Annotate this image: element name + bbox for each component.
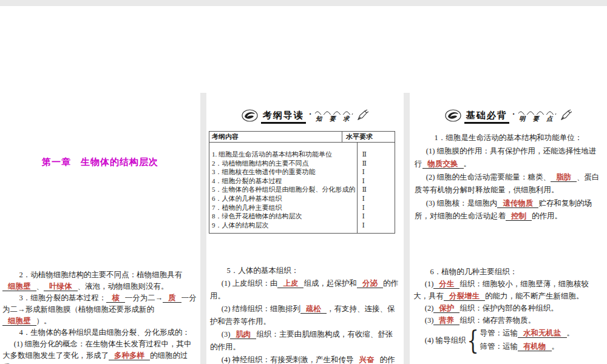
text-segment: (4) 神经组织：有接受刺激，产生和传导 — [222, 356, 354, 364]
basics-header: 基础必背 · 明 要 点 — [410, 99, 607, 126]
table-row-content: 2．动植物细胞结构的主要不同点 — [212, 159, 356, 168]
text-segment: 4．生物体的各种组织是由细胞分裂、分化形成的： — [19, 328, 190, 337]
answer-blank: 营养 — [433, 316, 459, 325]
notes-right-paragraphs: 6．植物的几种主要组织： (1)分生组织：细胞较小，细胞壁薄，细胞核较大，具有分… — [410, 248, 607, 352]
table-row-level: Ⅰ — [362, 203, 394, 212]
table-row-level: Ⅰ — [362, 212, 394, 221]
text-segment: 筛管：运输 — [480, 342, 518, 351]
paragraph: 4．生物体的各种组织是由细胞分裂、分化形成的： — [2, 327, 197, 339]
horizontal-divider — [0, 0, 607, 6]
paragraph: (3)营养组织：储存营养物质。 — [413, 314, 602, 326]
answer-blank: 保护 — [433, 304, 459, 313]
text-segment: 组织：保护内部的各种组织。 — [459, 304, 558, 312]
text-segment: (3) — [222, 330, 231, 339]
answer-blank: 物质交换 — [422, 160, 464, 169]
answer-blank: 细胞壁 — [2, 317, 36, 326]
text-segment: 、液泡，动物细胞则没有。 — [78, 282, 169, 291]
outline-header-title: 考纲导读 — [261, 110, 306, 124]
answer-blank: 脂肪 — [551, 173, 577, 182]
table-level-column: Ⅱ Ⅱ Ⅰ Ⅰ Ⅱ Ⅰ Ⅰ Ⅰ Ⅰ — [357, 143, 395, 233]
table-row-content: 5．生物体的各种组织是由细胞分裂、分化形成的 — [212, 185, 356, 194]
header-dot: · — [512, 110, 515, 120]
paragraph: (3) 细胞核：是细胞内遗传物质贮存和复制的场所，对细胞的生命活动起着控制的作用… — [415, 197, 601, 223]
text-segment: 的能力，能不断产生新细胞。 — [485, 292, 584, 300]
answer-blank: 肌肉 — [230, 330, 256, 339]
pen-icon — [560, 109, 572, 124]
text-segment: 、 — [36, 282, 44, 291]
paragraph: 5．人体的基本组织： — [210, 265, 399, 277]
paragraph: 筛管：运输有机物。 — [480, 341, 575, 352]
answer-blank: 有机物 — [518, 342, 552, 351]
outline-header: 考纲导读 · 知 要 求 — [206, 99, 404, 126]
paragraph: 导管：运输水和无机盐。 — [480, 328, 575, 339]
table-row-level: Ⅰ — [362, 177, 394, 186]
table-row-content: 1. 细胞是生命活动的基本结构和功能单位 — [212, 150, 356, 159]
text-segment: 2．动植物细胞结构的主要不同点：植物细胞具有 — [19, 271, 183, 279]
paragraph: 3．细胞分裂的基本过程：核一分为二→质一分为二→形成新细胞膜（植物细胞还要形成新… — [2, 292, 197, 327]
table-row-level: Ⅰ — [362, 167, 394, 177]
text-segment: 组成，起保护和 — [304, 279, 357, 288]
text-segment: (1) 上皮组织：由 — [222, 279, 278, 288]
answer-blank: 遗传物质 — [497, 199, 538, 208]
outline-header-script: 知 要 求 — [314, 110, 353, 123]
text-segment: 的作用。 — [532, 212, 562, 220]
table-row-level: Ⅱ — [362, 159, 394, 168]
notes-left-paragraphs: 2．动植物细胞结构的主要不同点：植物细胞具有细胞壁、叶绿体、液泡，动物细胞则没有… — [0, 248, 200, 364]
notes-middle-panel: 5．人体的基本组织： (1) 上皮组织：由上皮组成，起保护和分泌的作用。 (2)… — [206, 248, 404, 364]
text-segment: (4) 输导组织 — [425, 336, 466, 345]
answer-blank: 分泌 — [357, 279, 383, 288]
swirl-icon — [445, 109, 461, 124]
answer-blank: 分裂增生 — [444, 292, 485, 301]
answer-blank: 细胞壁 — [2, 282, 36, 291]
slide: 第一章 生物体的结构层次 考纲导读 · 知 要 求 — [0, 0, 607, 364]
paragraph: (2) 结缔组织：细胞排列疏松，有支持、连接、保护和营养等作用。 — [210, 303, 399, 328]
paragraph: (3)肌肉组织：主要由肌细胞构成，有收缩、舒张的作用。 — [210, 328, 399, 354]
text-segment: ）。 — [36, 317, 52, 325]
brace-icon: { — [467, 327, 478, 354]
answer-blank: 叶绿体 — [44, 282, 78, 291]
text-segment: (1) — [425, 280, 434, 288]
answer-blank: 核 — [106, 294, 125, 303]
table-col-header-level: 水平要求 — [342, 132, 395, 142]
answer-blank: 质 — [163, 294, 181, 303]
notes-left-panel: 2．动植物细胞结构的主要不同点：植物细胞具有细胞壁、叶绿体、液泡，动物细胞则没有… — [0, 248, 200, 364]
text-segment: (2) 结缔组织：细胞排列 — [222, 305, 300, 313]
text-segment: (3) — [425, 316, 434, 325]
text-segment: 一分为二→ — [125, 294, 163, 302]
conducting-tissue-row: (4) 输导组织 { 导管：运输水和无机盐。 筛管：运输有机物。 — [413, 328, 602, 352]
table-row-content: 4．细胞分裂的基本过程 — [212, 177, 356, 186]
conducting-tissue-lines: 导管：运输水和无机盐。 筛管：运输有机物。 — [480, 328, 575, 352]
squiggle-decoration — [314, 110, 353, 115]
paragraph: (4) 神经组织：有接受刺激，产生和传导兴奋的作用。 — [210, 354, 399, 364]
text-segment: (3) 细胞核：是细胞内 — [426, 199, 498, 207]
text-segment: 3．细胞分裂的基本过程： — [19, 294, 107, 302]
table-row-level: Ⅰ — [362, 221, 394, 230]
basics-panel: 基础必背 · 明 要 点 1．细胞是生命活动的基本结构和功能单位： (1) 细胞… — [410, 99, 607, 241]
outline-header-script-words: 知 要 求 — [316, 115, 352, 123]
outline-table: 考纲内容 水平要求 1. 细胞是生命活动的基本结构和功能单位 2．动植物细胞结构… — [209, 131, 395, 234]
text-segment: 6．植物的几种主要组织： — [430, 268, 518, 276]
basics-paragraphs: 1．细胞是生命活动的基本结构和功能单位： (1) 细胞膜的作用：具有保护作用，还… — [410, 126, 607, 223]
paragraph: (2) 细胞的生命活动需要能量：糖类、脂肪、蛋白质等有机物分解时释放能量，供细胞… — [415, 171, 601, 197]
table-row-content: 9．人体的结构层次 — [212, 221, 356, 230]
table-content-column: 1. 细胞是生命活动的基本结构和功能单位 2．动植物细胞结构的主要不同点 3．细… — [209, 143, 357, 233]
text-segment: 。 — [464, 160, 472, 168]
table-row-level: Ⅱ — [362, 150, 394, 159]
answer-blank: 多种多样 — [109, 351, 150, 360]
table-col-header-content: 考纲内容 — [209, 132, 342, 142]
text-segment: 。 — [552, 342, 560, 351]
answer-blank: 疏松 — [300, 305, 327, 314]
table-row-content: 6．人体的几种基本组织 — [212, 194, 356, 203]
swirl-icon — [242, 109, 258, 124]
paragraph: (4) 输导组织 — [413, 334, 466, 346]
paragraph: (2)保护组织：保护内部的各种组织。 — [413, 302, 602, 314]
text-segment: (2) 细胞的生命活动需要能量：糖类、 — [426, 173, 551, 181]
text-segment: 1．细胞是生命活动的基本结构和功能单位： — [435, 133, 583, 142]
text-segment: 5．人体的基本组织： — [227, 266, 299, 275]
squiggle-decoration — [518, 110, 557, 115]
outline-panel: 考纲导读 · 知 要 求 考纲内容 水平要求 — [206, 99, 404, 241]
paragraph: (1) 细胞膜的作用：具有保护作用，还能选择性地进行物质交换。 — [415, 145, 601, 171]
table-row-content: 8．绿色开花植物体的结构层次 — [212, 212, 356, 221]
header-dot: · — [309, 110, 312, 120]
answer-blank: 上皮 — [277, 279, 304, 288]
